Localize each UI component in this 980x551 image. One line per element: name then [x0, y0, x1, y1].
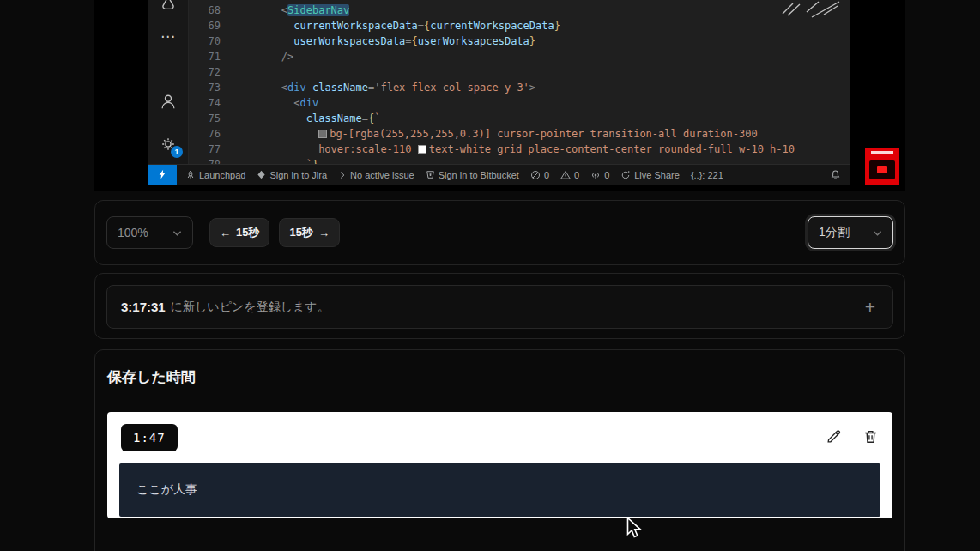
code-line: 68 <SidebarNav	[189, 3, 850, 18]
add-pin-button[interactable]: +	[862, 298, 879, 316]
bell-icon	[830, 169, 850, 180]
statusbar-item: Live Share	[620, 170, 680, 180]
edit-button[interactable]	[826, 428, 842, 447]
code-lines: 68 <SidebarNav69 currentWorkspaceData={c…	[189, 3, 850, 164]
statusbar-item-label: Live Share	[634, 170, 680, 180]
jira-icon	[257, 170, 266, 179]
line-number: 75	[189, 111, 227, 126]
color-swatch	[318, 130, 327, 138]
saved-list: 1:47ここが大事	[107, 412, 892, 518]
saved-times-panel: 保存した時間 1:47ここが大事	[94, 349, 905, 551]
code-line: 69 currentWorkspaceData={currentWorkspac…	[189, 18, 850, 33]
statusbar: LaunchpadSign in to JiraNo active issueS…	[148, 164, 850, 185]
remote-indicator	[148, 165, 177, 185]
pin-time: 3:17:31	[121, 300, 166, 314]
statusbar-item-label: No active issue	[350, 170, 414, 180]
pin-register-row: 3:17:31 に新しいピンを登録します。 +	[106, 285, 893, 329]
arrow-right-icon: →	[318, 227, 330, 239]
statusbar-item: No active issue	[338, 170, 414, 180]
statusbar-item-label: {..}: 221	[691, 170, 723, 180]
saved-times-title: 保存した時間	[107, 367, 892, 387]
saved-time-badge: 1:47	[121, 424, 178, 451]
activity-bar: ⋯ 1	[148, 0, 189, 164]
line-number: 78	[189, 157, 227, 164]
split-select[interactable]: 1分割	[808, 216, 893, 249]
statusbar-item-label: 0	[544, 170, 549, 180]
pin-message: 3:17:31 に新しいピンを登録します。	[121, 300, 862, 315]
zoom-select[interactable]: 100%	[106, 216, 193, 249]
statusbar-item-label: Sign in to Bitbucket	[439, 170, 519, 180]
statusbar-item: {..}: 221	[691, 170, 723, 180]
line-number: 76	[189, 126, 227, 142]
liveshare-icon	[620, 170, 631, 180]
chevron-down-icon	[873, 225, 882, 240]
saved-card-header: 1:47	[107, 412, 892, 463]
code-line: 77 hover:scale-110 text-white grid place…	[189, 142, 850, 157]
statusbar-item: Sign in to Jira	[257, 170, 327, 180]
video-watermark-logo	[865, 148, 899, 185]
video-player[interactable]: ⋯ 1 68 <SidebarNav69 currentWorkspaceDat…	[94, 0, 905, 191]
statusbar-item-label: Sign in to Jira	[269, 170, 327, 180]
line-number: 72	[189, 64, 227, 80]
annotation-scribble	[781, 0, 841, 19]
vscode-window: ⋯ 1 68 <SidebarNav69 currentWorkspaceDat…	[148, 0, 850, 185]
launchpad-icon	[185, 170, 196, 180]
broadcast-icon	[590, 170, 601, 180]
watermark-play-mark	[877, 166, 887, 173]
accounts-icon	[158, 91, 178, 112]
statusbar-item-label: 0	[604, 170, 609, 180]
saved-time-card: 1:47ここが大事	[107, 412, 892, 518]
skip-forward-button[interactable]: 15秒 →	[279, 218, 339, 247]
delete-button[interactable]	[862, 428, 879, 447]
saved-card-actions	[826, 428, 879, 447]
line-number: 77	[189, 142, 227, 157]
settings-gear-icon: 1	[158, 134, 178, 154]
skip-forward-label: 15秒	[289, 225, 312, 240]
code-line: 73 <div className='flex flex-col space-y…	[189, 80, 850, 95]
statusbar-item-label: 0	[574, 170, 579, 180]
line-number: 71	[189, 49, 227, 64]
color-swatch	[418, 145, 426, 154]
error-icon	[530, 170, 541, 180]
line-number: 70	[189, 33, 227, 49]
settings-badge: 1	[171, 146, 183, 158]
statusbar-item: 0	[530, 170, 549, 180]
statusbar-item: Sign in to Bitbucket	[426, 170, 519, 180]
ellipsis-icon: ⋯	[158, 26, 178, 46]
code-line: 72	[189, 64, 850, 80]
line-number: 69	[189, 18, 227, 33]
pin-message-text: に新しいピンを登録します。	[171, 300, 330, 315]
split-value: 1分割	[819, 225, 850, 240]
code-line: 78 `}	[189, 157, 850, 164]
line-number: 74	[189, 95, 227, 111]
statusbar-items: LaunchpadSign in to JiraNo active issueS…	[177, 170, 723, 180]
trash-icon	[862, 428, 879, 447]
watermark-inner	[869, 160, 895, 179]
code-line: 74 <div	[189, 95, 850, 111]
code-editor: 68 <SidebarNav69 currentWorkspaceData={c…	[189, 0, 850, 164]
pencil-icon	[826, 428, 842, 447]
code-line: 71 />	[189, 49, 850, 64]
app: ⋯ 1 68 <SidebarNav69 currentWorkspaceDat…	[0, 0, 980, 551]
warning-icon	[560, 170, 571, 180]
statusbar-item: Launchpad	[185, 170, 245, 180]
line-number: 73	[189, 80, 227, 95]
zoom-value: 100%	[118, 226, 148, 239]
bitbucket-icon	[426, 170, 435, 179]
statusbar-item: 0	[590, 170, 609, 180]
chevron-down-icon	[172, 225, 182, 240]
code-line: 70 userWorkspacesData={userWorksapcesDat…	[189, 33, 850, 49]
skip-back-button[interactable]: ← 15秒	[209, 218, 269, 247]
code-line: 75 className={`	[189, 111, 850, 126]
saved-note[interactable]: ここが大事	[119, 463, 880, 517]
chevron-right-icon	[338, 171, 347, 179]
playback-controls-panel: 100% ← 15秒 15秒 → 1分割	[94, 200, 905, 265]
arrow-left-icon: ←	[220, 227, 231, 239]
beaker-icon	[158, 0, 178, 13]
remote-icon	[157, 168, 167, 182]
skip-back-label: 15秒	[236, 225, 259, 240]
statusbar-item-label: Launchpad	[199, 170, 245, 180]
pin-panel: 3:17:31 に新しいピンを登録します。 +	[94, 273, 905, 339]
code-line: 76 bg-[rgba(255,255,255,0.3)] cursor-poi…	[189, 126, 850, 142]
statusbar-item: 0	[560, 170, 579, 180]
